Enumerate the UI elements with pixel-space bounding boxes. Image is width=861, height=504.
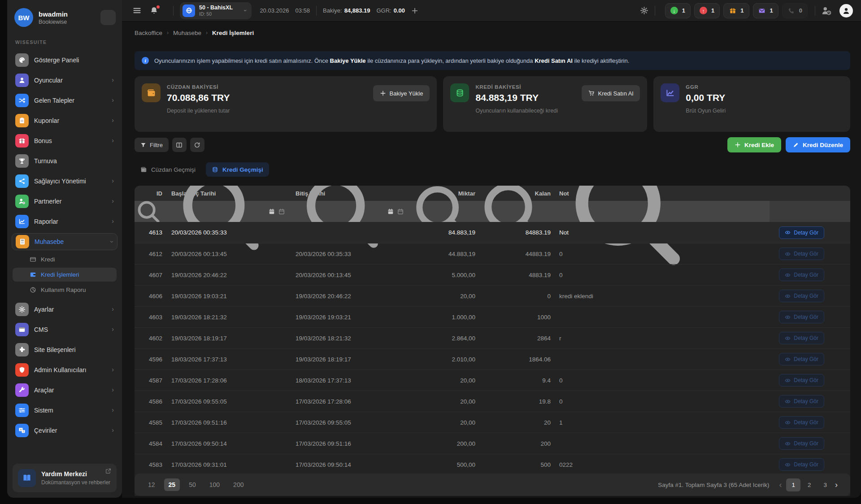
table-row[interactable]: 458617/03/2026 09:55:0517/03/2026 17:28:… <box>135 391 850 412</box>
next-page-button[interactable]: › <box>835 480 838 490</box>
cell-end: 18/03/2026 17:37:13 <box>289 377 408 384</box>
divider <box>655 6 655 16</box>
table-row[interactable]: 461220/03/2026 00:13:4520/03/2026 00:35:… <box>135 243 850 264</box>
filter-input-biti-tarihi[interactable] <box>289 205 408 218</box>
detail-view-button[interactable]: Detay Gör <box>779 416 824 429</box>
filter-input-not[interactable] <box>551 205 770 218</box>
page-number-1[interactable]: 1 <box>786 478 800 491</box>
add-button[interactable] <box>411 7 418 14</box>
sidebar-subitem-kullan-m-raporu[interactable]: Kullanım Raporu <box>13 283 117 297</box>
table-row[interactable]: 458717/03/2026 17:28:0618/03/2026 17:37:… <box>135 369 850 391</box>
page-number-2[interactable]: 2 <box>802 478 817 491</box>
filter-input-kalan[interactable] <box>475 205 551 218</box>
table-row[interactable]: 458417/03/2026 09:50:1417/03/2026 09:51:… <box>135 433 850 454</box>
buy-credit-button[interactable]: Kredi Satın Al <box>582 85 640 101</box>
page-size-200[interactable]: 200 <box>229 478 248 491</box>
page-number-3[interactable]: 3 <box>818 478 832 491</box>
page-size-100[interactable]: 100 <box>205 478 224 491</box>
page-size-50[interactable]: 50 <box>184 478 200 491</box>
sidebar-item-g-sterge-paneli[interactable]: Gösterge Paneli <box>12 52 117 69</box>
coins-icon <box>450 83 469 102</box>
table-row[interactable]: 458517/03/2026 09:51:1617/03/2026 09:55:… <box>135 412 850 433</box>
topbar-badge-phone[interactable]: 0 <box>782 3 808 18</box>
sidebar-item-turnuva[interactable]: Turnuva <box>12 152 117 169</box>
sidebar-item-partnerler[interactable]: Partnerler› <box>12 193 117 210</box>
filter-button[interactable]: Filtre <box>135 138 169 152</box>
calendar-icon[interactable] <box>278 209 285 215</box>
detail-view-button[interactable]: Detay Gör <box>779 311 824 323</box>
sidebar-item-gelen-talepler[interactable]: Gelen Talepler› <box>12 92 117 109</box>
detail-view-button[interactable]: Detay Gör <box>779 374 824 387</box>
table-row[interactable]: 460319/03/2026 18:21:3219/03/2026 19:03:… <box>135 306 850 327</box>
sidebar-item-kuponlar[interactable]: Kuponlar› <box>12 112 117 129</box>
detail-view-button[interactable]: Detay Gör <box>779 332 824 344</box>
sidebar-item-raporlar[interactable]: Raporlar› <box>12 213 117 230</box>
add-credit-button[interactable]: Kredi Ekle <box>727 137 781 152</box>
topbar-badge-gift[interactable]: 1 <box>723 3 749 18</box>
sidebar-item-sa-lay-c-y-netimi[interactable]: Sağlayıcı Yönetimi› <box>12 173 117 190</box>
breadcrumb-muhasebe[interactable]: Muhasebe <box>173 30 201 36</box>
table-filter-row <box>135 201 850 222</box>
filter-input-ba-lang-tarihi[interactable] <box>165 205 289 218</box>
hamburger-menu-button[interactable] <box>133 6 142 15</box>
table-row[interactable]: 460219/03/2026 18:19:1719/03/2026 18:21:… <box>135 327 850 348</box>
topbar-badge-arrow-down-circle[interactable]: ↓1 <box>665 3 691 18</box>
sidebar-item-oyuncular[interactable]: Oyuncular› <box>12 72 117 89</box>
sidebar-item-cms[interactable]: CMS› <box>12 321 117 338</box>
tab-c-zdan-ge-mi-i[interactable]: Cüzdan Geçmişi <box>135 162 201 177</box>
detail-view-button[interactable]: Detay Gör <box>779 437 824 450</box>
sidebar-item-muhasebe[interactable]: Muhasebe› <box>12 233 117 250</box>
topbar-badge-envelope[interactable]: 1 <box>753 3 778 18</box>
chevron-right-icon: › <box>112 406 114 413</box>
sidebar-item-site-bile-enleri[interactable]: Site Bileşenleri <box>12 341 117 358</box>
sidebar-item-ayarlar[interactable]: Ayarlar› <box>12 301 117 318</box>
detail-view-button[interactable]: Detay Gör <box>779 395 824 408</box>
detail-view-button[interactable]: Detay Gör <box>779 290 824 302</box>
cell-actions: Detay Gör <box>770 458 850 471</box>
user-sessions-button[interactable] <box>822 6 831 16</box>
notifications-button[interactable] <box>150 6 159 15</box>
filter-input-id[interactable] <box>135 205 165 218</box>
profile-button[interactable] <box>839 4 853 17</box>
filter-input-miktar[interactable] <box>408 205 475 218</box>
refresh-button[interactable] <box>190 138 204 152</box>
sidebar-section-label: WISESUITE <box>7 33 122 48</box>
sidebar-item-sistem[interactable]: Sistem› <box>12 402 117 419</box>
calendar-icon[interactable] <box>387 209 394 215</box>
table-row[interactable]: 459618/03/2026 17:37:1319/03/2026 18:19:… <box>135 348 850 369</box>
topbar-badge-arrow-up-circle[interactable]: ↑1 <box>694 3 720 18</box>
workspace-dropdown[interactable]: 50 - BahisXL ID: 50 › <box>180 2 252 19</box>
prev-page-button[interactable]: ‹ <box>779 480 782 490</box>
table-row[interactable]: 461320/03/2026 00:35:3384.883,1984883.19… <box>135 222 850 243</box>
settings-button[interactable] <box>640 6 648 15</box>
sidebar-item-admin-kullan-c-lar-[interactable]: Admin Kullanıcıları› <box>12 361 117 378</box>
stat-label: GGR <box>686 84 843 90</box>
table-row[interactable]: 458317/03/2026 09:31:0117/03/2026 09:50:… <box>135 454 850 475</box>
columns-button[interactable] <box>172 138 187 152</box>
plus-icon <box>411 7 418 14</box>
detail-view-button[interactable]: Detay Gör <box>779 353 824 365</box>
load-balance-button[interactable]: Bakiye Yükle <box>373 85 430 101</box>
cell-remaining: 20 <box>475 419 551 426</box>
page-size-25[interactable]: 25 <box>164 478 180 491</box>
detail-view-button[interactable]: Detay Gör <box>779 226 824 239</box>
tab-kredi-ge-mi-i[interactable]: Kredi Geçmişi <box>206 162 269 177</box>
sidebar-item-bonus[interactable]: Bonus› <box>12 132 117 149</box>
column-header-id[interactable]: ID <box>135 190 165 197</box>
sidebar-subitem-kredi-i-lemleri[interactable]: Kredi İşlemleri <box>13 268 117 282</box>
edit-credit-button[interactable]: Kredi Düzenle <box>786 137 850 152</box>
sidebar-item--eviriler[interactable]: A2Çeviriler› <box>12 422 117 439</box>
sidebar-item-ara-lar[interactable]: Araçlar› <box>12 382 117 399</box>
help-center-card[interactable]: Yardım Merkezi Dokümantasyon ve rehberle… <box>13 464 117 492</box>
language-button[interactable] <box>100 10 116 25</box>
detail-view-button[interactable]: Detay Gör <box>779 269 824 281</box>
detail-view-button[interactable]: Detay Gör <box>779 458 824 471</box>
page-size-12[interactable]: 12 <box>144 478 160 491</box>
calendar-icon[interactable] <box>269 209 275 215</box>
sidebar-subitem-kredi[interactable]: Kredi <box>13 252 117 266</box>
table-row[interactable]: 460719/03/2026 20:46:2220/03/2026 00:13:… <box>135 264 850 285</box>
calendar-icon[interactable] <box>397 209 404 215</box>
detail-view-button[interactable]: Detay Gör <box>779 248 824 260</box>
breadcrumb-backoffice[interactable]: Backoffice <box>135 30 162 36</box>
table-row[interactable]: 460619/03/2026 19:03:2119/03/2026 20:46:… <box>135 285 850 306</box>
